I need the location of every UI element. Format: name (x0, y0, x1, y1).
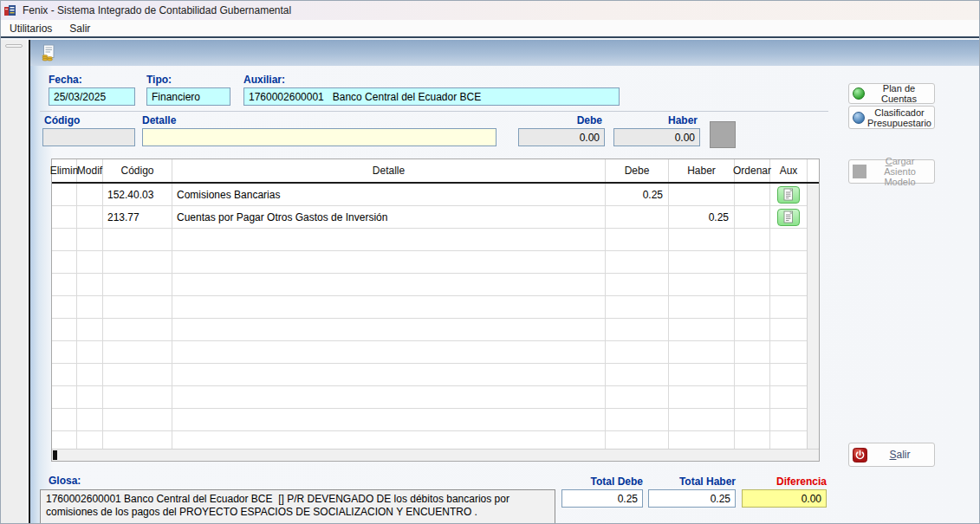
cell-aux (770, 364, 808, 385)
codigo-label: Código (44, 114, 80, 126)
menu-salir[interactable]: Salir (61, 21, 99, 36)
haber-entry-input[interactable] (613, 128, 700, 146)
table-row[interactable]: 213.77Cuentas por Pagar Otros Gastos de … (52, 206, 819, 229)
cell-modif (77, 319, 103, 340)
cargar-asiento-modelo-button[interactable]: Cargar Asiento Modelo (848, 159, 935, 184)
column-header-elimin[interactable]: Elimin (52, 159, 77, 182)
plan-de-cuentas-button[interactable]: Plan de Cuentas (848, 83, 935, 104)
table-row[interactable] (52, 431, 819, 449)
tipo-input[interactable] (146, 87, 230, 106)
column-header-detalle[interactable]: Detalle (172, 159, 606, 182)
cell-aux (770, 386, 808, 408)
cell-elimin (52, 386, 77, 408)
table-row[interactable] (52, 386, 819, 409)
app-window: Fenix - Sistema Integrado de Contabilida… (0, 0, 980, 524)
vertical-scrollbar[interactable] (807, 184, 819, 449)
panel-splitter-grip[interactable] (5, 44, 23, 48)
table-row[interactable] (52, 341, 819, 364)
cell-debe (606, 341, 669, 363)
cell-aux (770, 319, 808, 340)
cell-ordenar (735, 364, 770, 385)
column-header-debe[interactable]: Debe (606, 159, 669, 182)
left-collapsed-panel (1, 40, 28, 523)
cell-modif (77, 251, 103, 273)
cell-detalle (172, 409, 606, 430)
table-row[interactable] (52, 229, 819, 251)
debe-entry-input[interactable] (518, 128, 605, 146)
cell-detalle (172, 296, 606, 318)
codigo-entry-input[interactable] (42, 128, 135, 146)
cell-ordenar (735, 184, 770, 205)
haber-label: Haber (613, 114, 698, 126)
cell-ordenar (735, 206, 770, 228)
cell-modif (77, 364, 103, 385)
cell-haber (669, 296, 735, 318)
fecha-input[interactable] (49, 87, 135, 106)
cell-haber (669, 251, 735, 273)
cell-aux (770, 431, 808, 449)
column-header-haber[interactable]: Haber (669, 159, 735, 182)
table-row[interactable]: 152.40.03Comisiones Bancarias0.25 (52, 184, 819, 206)
cell-haber (669, 319, 735, 340)
aux-detail-button[interactable] (777, 209, 800, 226)
salir-button[interactable]: Salir (848, 443, 935, 467)
power-icon (853, 448, 867, 463)
cell-elimin (52, 319, 77, 340)
column-header-codigo[interactable]: Código (103, 159, 172, 182)
glosa-textarea[interactable]: 1760002600001 Banco Central del Ecuador … (40, 489, 555, 524)
table-row[interactable] (52, 319, 819, 341)
table-row[interactable] (52, 364, 819, 386)
aux-detail-button[interactable] (777, 186, 800, 204)
entry-action-button[interactable] (710, 121, 736, 148)
cell-modif (77, 296, 103, 318)
new-journal-entry-icon[interactable] (39, 43, 58, 62)
entries-table: EliminModifCódigoDetalleDebeHaberOrdenar… (51, 158, 820, 462)
total-debe-label: Total Debe (561, 475, 643, 488)
separator-line (40, 111, 828, 112)
column-header-modif[interactable]: Modif (77, 159, 103, 182)
cell-aux (770, 296, 808, 318)
green-sphere-icon (853, 87, 865, 100)
cell-ordenar (735, 409, 770, 430)
clasificador-presupuestario-button[interactable]: Clasificador Presupuestario (848, 106, 935, 129)
table-row[interactable] (52, 409, 819, 431)
cell-modif (77, 431, 103, 449)
cell-aux (770, 229, 808, 250)
cell-elimin (52, 364, 77, 385)
cell-ordenar (735, 431, 770, 449)
cell-codigo (103, 229, 172, 250)
menu-utilitarios[interactable]: Utilitarios (1, 21, 61, 36)
cell-elimin (52, 274, 77, 295)
cell-detalle (172, 229, 606, 250)
cell-haber (669, 184, 735, 205)
diferencia-label: Diferencia (742, 475, 827, 488)
cell-debe: 0.25 (606, 184, 669, 205)
cell-detalle (172, 431, 606, 449)
column-header-ordenar[interactable]: Ordenar (735, 159, 770, 182)
total-haber-label: Total Haber (648, 475, 736, 488)
horizontal-scrollbar[interactable] (52, 449, 819, 461)
cell-codigo (103, 251, 172, 273)
table-row[interactable] (52, 274, 819, 296)
table-row[interactable] (52, 296, 819, 319)
cell-elimin (52, 431, 77, 449)
total-haber-field (648, 489, 736, 508)
cell-ordenar (735, 296, 770, 318)
detalle-entry-input[interactable] (142, 128, 496, 146)
scrollbar-thumb[interactable] (53, 450, 57, 460)
cell-elimin (52, 184, 77, 205)
blue-sphere-icon (853, 112, 865, 124)
auxiliar-input[interactable] (243, 87, 620, 106)
cargar-asiento-label: Cargar Asiento Modelo (869, 156, 931, 187)
toolbar (30, 40, 979, 66)
cell-elimin (52, 409, 77, 430)
detalle-label: Detalle (142, 114, 176, 126)
column-header-aux[interactable]: Aux (770, 159, 808, 182)
cell-codigo: 152.40.03 (103, 184, 172, 205)
cell-modif (77, 341, 103, 363)
cell-codigo (103, 386, 172, 408)
salir-label: Salir (869, 450, 931, 460)
cell-detalle (172, 251, 606, 273)
table-row[interactable] (52, 251, 819, 274)
cell-codigo (103, 341, 172, 363)
